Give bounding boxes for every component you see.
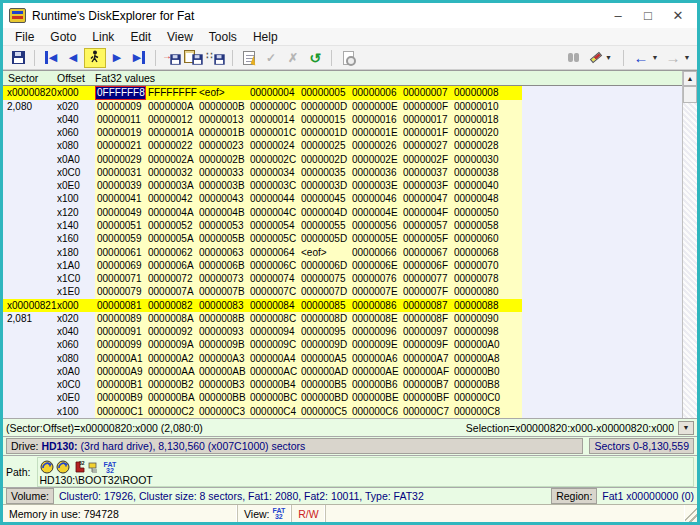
fat-cell[interactable]: 000000A9 <box>95 365 146 378</box>
fat-cell[interactable]: 0000009C <box>248 338 299 351</box>
view-panel[interactable]: View: FAT32 <box>238 505 292 522</box>
fat-cell[interactable]: 00000085 <box>299 299 350 312</box>
fat-cell[interactable]: 0000004E <box>350 206 401 219</box>
fat-cell[interactable]: 0000006F <box>401 259 452 272</box>
fat-cell[interactable]: 00000082 <box>146 299 197 312</box>
fat-cell[interactable]: 00000083 <box>197 299 248 312</box>
fat-cell[interactable]: 0000003C <box>248 179 299 192</box>
fat-cell[interactable]: 00000099 <box>95 338 146 351</box>
fat-cell[interactable]: 000000C2 <box>146 405 197 418</box>
fat-cell[interactable]: 00000077 <box>401 272 452 285</box>
column-header-fat32-values[interactable]: Fat32 values <box>95 72 682 84</box>
fat-cell[interactable]: 00000093 <box>197 325 248 338</box>
fat-cell[interactable]: 00000081 <box>95 299 146 312</box>
fat-cell[interactable]: 0000008E <box>350 312 401 325</box>
fat-cell[interactable]: 00000074 <box>248 272 299 285</box>
fat-cell[interactable]: 0000004C <box>248 206 299 219</box>
boot32-icon[interactable]: 32 <box>72 460 86 474</box>
fat-cell[interactable]: 0000009E <box>350 338 401 351</box>
fat-cell[interactable]: 0000008B <box>197 312 248 325</box>
fat-cell[interactable]: 00000052 <box>146 219 197 232</box>
fat-cell[interactable]: 0000004D <box>299 206 350 219</box>
fat-cell[interactable]: 0000003B <box>197 179 248 192</box>
drive-icon[interactable] <box>40 460 54 474</box>
fat-cell[interactable]: 000000B3 <box>197 378 248 391</box>
fat-cell[interactable]: 00000036 <box>350 166 401 179</box>
fat-cell[interactable]: 000000B4 <box>248 378 299 391</box>
fat-cell[interactable]: 00000038 <box>452 166 503 179</box>
fat-cell[interactable]: 00000053 <box>197 219 248 232</box>
fat-cell[interactable]: 00000064 <box>248 246 299 259</box>
fat-cell[interactable]: 000000C5 <box>299 405 350 418</box>
fat-cell[interactable]: <eof> <box>299 246 350 259</box>
fat-cell[interactable]: 0000007F <box>401 285 452 298</box>
fat-cell[interactable]: 000000B0 <box>452 365 503 378</box>
fat-cell[interactable]: 00000035 <box>299 166 350 179</box>
fat-cell[interactable]: <eof> <box>197 86 248 99</box>
fat-cell[interactable]: 00000010 <box>452 100 503 113</box>
fat-cell[interactable]: 000000AD <box>299 365 350 378</box>
fat-cell[interactable]: 0000008D <box>299 312 350 325</box>
fat-cell[interactable]: 00000024 <box>248 139 299 152</box>
fat-cell[interactable]: 00000018 <box>452 113 503 126</box>
fat-cell[interactable]: 000000BE <box>350 391 401 404</box>
apply-button[interactable]: ✓ <box>260 48 282 68</box>
fat-cell[interactable]: 00000063 <box>197 246 248 259</box>
scroll-up-button[interactable]: ▲ <box>683 71 697 86</box>
fat-cell[interactable]: 00000048 <box>452 192 503 205</box>
path-value[interactable]: HD130:\BOOT32\ROOT <box>40 474 693 486</box>
fat-cell[interactable]: 0000002F <box>401 153 452 166</box>
fat-cell[interactable]: 000000C6 <box>350 405 401 418</box>
fat-cell[interactable]: 0000000B <box>197 100 248 113</box>
fat-cell[interactable]: 000000BC <box>248 391 299 404</box>
fat-cell[interactable]: 00000051 <box>95 219 146 232</box>
close-button[interactable]: ✕ <box>663 6 693 26</box>
copy-sectors-button[interactable]: ∷ <box>205 48 227 68</box>
back-button[interactable]: ←▼ <box>629 48 663 68</box>
fat-cell[interactable]: 00000062 <box>146 246 197 259</box>
fat-cell[interactable]: 000000C3 <box>197 405 248 418</box>
fat-cell[interactable]: 0000008C <box>248 312 299 325</box>
discard-button[interactable]: ✗ <box>282 48 304 68</box>
goto-last-button[interactable]: ▶ <box>128 48 150 68</box>
fat-cell[interactable]: 00000015 <box>299 113 350 126</box>
fat-cell[interactable]: 00000040 <box>452 179 503 192</box>
fat-cell[interactable]: 0000007E <box>350 285 401 298</box>
fat-cell[interactable]: 00000027 <box>401 139 452 152</box>
fat-cell[interactable]: 00000039 <box>95 179 146 192</box>
menu-view[interactable]: View <box>159 30 201 44</box>
fat-cell[interactable]: 00000025 <box>299 139 350 152</box>
goto-next-button[interactable]: ▶ <box>106 48 128 68</box>
search-binoculars-button[interactable] <box>562 48 584 68</box>
fat-cell[interactable]: 00000008 <box>452 86 503 99</box>
fat-cell[interactable]: 00000050 <box>452 206 503 219</box>
copy-to-clipboard-button[interactable] <box>183 48 205 68</box>
fat-cell[interactable]: 00000078 <box>452 272 503 285</box>
fat-cell[interactable]: 0000003D <box>299 179 350 192</box>
fat-cell[interactable]: 0000001F <box>401 126 452 139</box>
fat-cell[interactable]: 00000033 <box>197 166 248 179</box>
minimize-button[interactable]: – <box>603 6 633 26</box>
fat-cell[interactable]: 0000009B <box>197 338 248 351</box>
column-header-offset[interactable]: Offset <box>57 72 95 84</box>
fat-cell[interactable]: 0000004F <box>401 206 452 219</box>
fat-cell[interactable]: 0000000C <box>248 100 299 113</box>
fat-cell[interactable]: 00000044 <box>248 192 299 205</box>
fat-cell[interactable]: 000000A4 <box>248 352 299 365</box>
fat-cell[interactable]: 000000C4 <box>248 405 299 418</box>
fat-cell[interactable]: 00000047 <box>401 192 452 205</box>
fat-cell[interactable]: 0000008A <box>146 312 197 325</box>
fat-cell[interactable]: 00000032 <box>146 166 197 179</box>
fat-cell[interactable]: 000000AE <box>350 365 401 378</box>
fat-cell[interactable]: 00000012 <box>146 113 197 126</box>
fat-cell[interactable]: 00000046 <box>350 192 401 205</box>
fat-cell[interactable]: 00000070 <box>452 259 503 272</box>
fat-cell[interactable]: 0000005A <box>146 232 197 245</box>
edit-button[interactable] <box>238 48 260 68</box>
fat-cell[interactable]: 00000034 <box>248 166 299 179</box>
fat-cell[interactable]: 00000007 <box>401 86 452 99</box>
fat-cell[interactable]: 00000041 <box>95 192 146 205</box>
fat-cell[interactable]: 0000002B <box>197 153 248 166</box>
fat-cell[interactable]: 00000029 <box>95 153 146 166</box>
fat-cell[interactable]: 00000080 <box>452 285 503 298</box>
